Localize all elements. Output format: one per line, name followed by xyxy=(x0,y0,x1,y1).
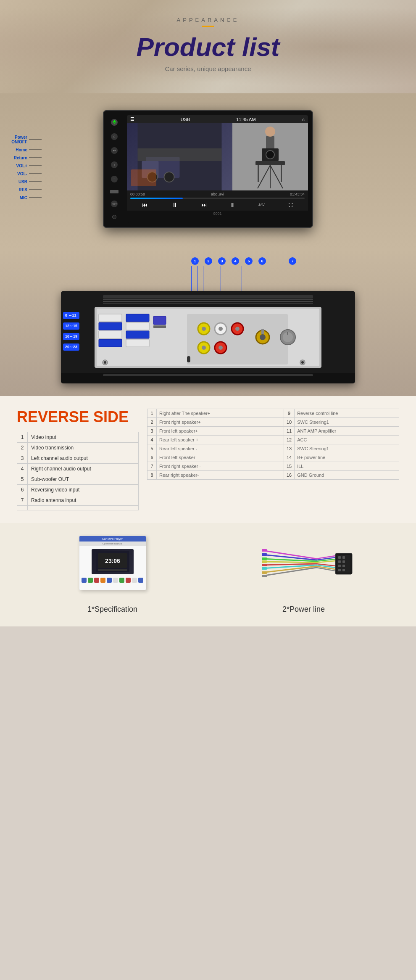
return-button[interactable]: ↩ xyxy=(111,147,118,154)
next-button[interactable]: ⏭ xyxy=(201,201,207,208)
row-num: 6 xyxy=(17,484,28,495)
table-row: 4 Right channel audio output xyxy=(17,463,139,474)
progress-row: 00:00:58 abc .avi 01:43:34 xyxy=(130,192,305,196)
table-row: 8 Rear right speaker- 16 GND Ground xyxy=(147,471,399,480)
svg-rect-90 xyxy=(338,560,341,563)
reverse-side-title: REVERSE SIDE xyxy=(17,409,139,425)
table-row: 7 Front right speaker - 15 ILL xyxy=(147,462,399,471)
badge-16-19: 16～19 xyxy=(63,333,79,340)
side-labels: PowerON/OFF Home Return VOL+ VOL- USB xyxy=(8,135,42,203)
return-label-text: Return xyxy=(8,156,27,160)
right-table-block: 1 Right after The speaker+ 9 Reverse con… xyxy=(147,409,399,510)
svg-rect-94 xyxy=(338,569,341,571)
r-label-2: Front right speaker+ xyxy=(157,418,284,427)
manual-icon xyxy=(119,578,124,583)
video-left-svg xyxy=(127,123,232,190)
r-num-6: 6 xyxy=(147,453,157,462)
stereo-screen: ☰ USB 11:45 AM ⌂ xyxy=(127,115,308,223)
tables-section: REVERSE SIDE 1 Video input 2 Video trans… xyxy=(0,396,416,523)
mic-label-text: MIC xyxy=(8,195,27,200)
usb-slot[interactable] xyxy=(110,190,118,193)
manual-icons-row xyxy=(79,576,146,584)
fullscreen-icon[interactable]: ⛶ xyxy=(289,203,293,207)
r-num-11: 11 xyxy=(284,427,294,436)
svg-point-40 xyxy=(202,327,206,331)
svg-point-50 xyxy=(260,334,266,340)
res-button[interactable]: RST xyxy=(111,201,118,207)
row-label xyxy=(28,505,139,510)
r-num-14: 14 xyxy=(284,453,294,462)
vol-minus-label-line xyxy=(29,174,42,174)
vol-plus-button[interactable]: + xyxy=(111,161,118,168)
connector-lines-container xyxy=(61,266,355,291)
r-label-8: Rear right speaker- xyxy=(157,471,284,480)
time-display: 11:45 AM xyxy=(236,117,255,122)
svg-point-42 xyxy=(219,327,223,331)
svg-point-16 xyxy=(266,151,274,159)
r-label-9: Reverse control line xyxy=(295,409,399,418)
svg-rect-31 xyxy=(126,339,149,347)
connector-num-3: 3 xyxy=(218,257,226,265)
svg-rect-26 xyxy=(99,331,122,338)
connector-num-5: 5 xyxy=(245,257,253,265)
specification-image: Car MP5 Player Operation Manual 23:06 xyxy=(71,536,155,599)
elapsed-time: 00:00:58 xyxy=(130,192,145,196)
connector-num-7: 7 xyxy=(289,257,296,265)
home-button[interactable]: ⌂ xyxy=(111,133,118,140)
svg-rect-33 xyxy=(153,325,166,328)
svg-rect-27 xyxy=(99,339,122,347)
connector-num-2: 2 xyxy=(205,257,212,265)
row-label: Reversing video input xyxy=(28,484,139,495)
progress-bar xyxy=(130,198,305,199)
prev-button[interactable]: ⏮ xyxy=(142,201,148,208)
manual-icon xyxy=(94,578,99,583)
conn-line-5 xyxy=(215,266,215,291)
svg-rect-5 xyxy=(138,148,222,161)
label-power: PowerON/OFF xyxy=(8,135,42,144)
svg-rect-76 xyxy=(262,571,267,574)
r-num-10: 10 xyxy=(284,418,294,427)
badge-8-11: 8 ～11 xyxy=(63,312,79,319)
back-panel-section: 1 2 3 4 5 6 7 xyxy=(0,249,416,396)
home-label-text: Home xyxy=(8,148,27,152)
svg-rect-20 xyxy=(103,301,313,302)
r-num-13: 13 xyxy=(284,444,294,453)
power-button[interactable]: ⏻ xyxy=(111,119,118,126)
equalizer-icon[interactable]: ||| xyxy=(231,203,234,207)
manual-icon xyxy=(107,578,112,583)
svg-point-46 xyxy=(202,346,206,350)
vol-minus-button[interactable]: − xyxy=(111,176,118,182)
badge-12-15: 12～15 xyxy=(63,322,79,330)
power-line-item: 2*Power line xyxy=(245,536,363,614)
label-vol-plus: VOL+ xyxy=(8,164,42,168)
row-label: Video input xyxy=(28,432,139,442)
row-num: 4 xyxy=(17,463,28,474)
r-num-5: 5 xyxy=(147,444,157,453)
connector-numbers-row: 1 2 3 4 5 6 7 xyxy=(61,257,355,265)
mic-hole xyxy=(112,215,116,219)
svg-rect-95 xyxy=(342,569,345,571)
svg-point-4 xyxy=(164,172,174,182)
label-mic: MIC xyxy=(8,195,42,200)
vol-plus-label-line xyxy=(29,166,42,166)
svg-point-37 xyxy=(301,361,304,364)
svg-rect-72 xyxy=(262,557,267,560)
left-badges: 8 ～11 12～15 16～19 20～23 xyxy=(63,312,79,351)
r-num-3: 3 xyxy=(147,427,157,436)
svg-rect-24 xyxy=(99,314,122,322)
stereo-device: ⏻ ⌂ ↩ + − RST ☰ USB 11:45 AM ⌂ xyxy=(103,110,313,228)
manual-mockup: Car MP5 Player Operation Manual 23:06 xyxy=(79,536,146,590)
row-num: 1 xyxy=(17,432,28,442)
table-row: 2 Video transmission xyxy=(17,442,139,453)
power-line-label: 2*Power line xyxy=(245,605,363,614)
pause-button[interactable]: ⏸ xyxy=(172,201,178,208)
conn-line-6 xyxy=(221,266,221,291)
svg-rect-92 xyxy=(338,565,341,567)
power-line-image xyxy=(262,536,346,599)
r-num-1: 1 xyxy=(147,409,157,418)
manual-icon xyxy=(100,578,105,583)
r-label-1: Right after The speaker+ xyxy=(157,409,284,418)
row-label: Left channel audio output xyxy=(28,453,139,463)
screen-top-bar: ☰ USB 11:45 AM ⌂ xyxy=(127,115,308,123)
label-vol-minus: VOL- xyxy=(8,172,42,176)
